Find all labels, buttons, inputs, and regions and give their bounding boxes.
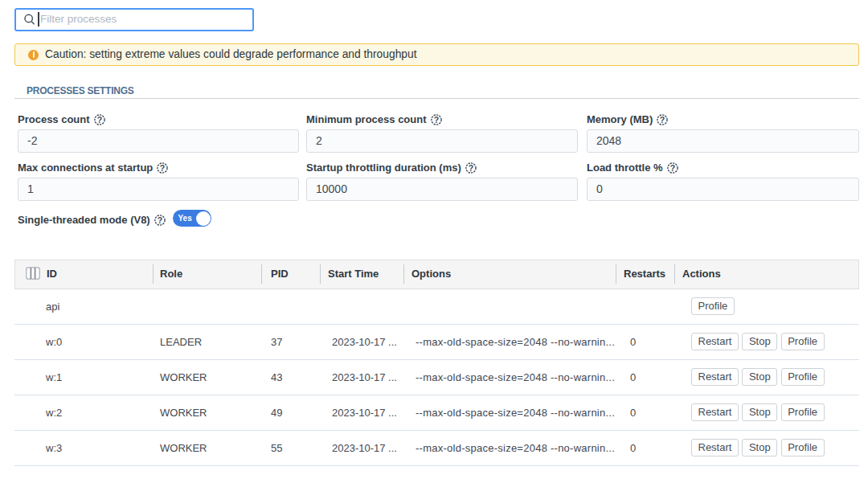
svg-text:?: ? <box>96 115 101 125</box>
svg-text:?: ? <box>469 163 473 173</box>
svg-text:?: ? <box>669 163 674 173</box>
svg-text:?: ? <box>660 115 665 125</box>
svg-text:?: ? <box>433 115 438 125</box>
svg-text:?: ? <box>157 215 162 225</box>
svg-text:?: ? <box>160 163 165 173</box>
